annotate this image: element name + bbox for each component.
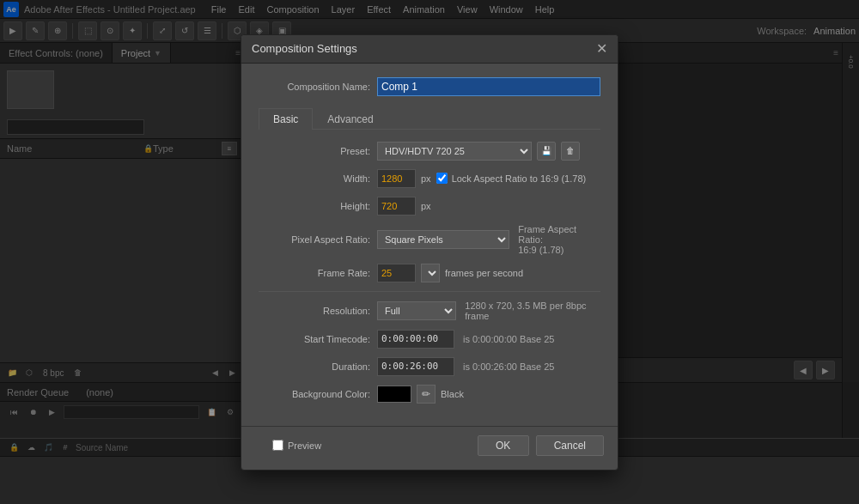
preview-checkbox[interactable] xyxy=(272,440,283,451)
duration-label: Duration: xyxy=(259,361,370,372)
frame-rate-control: ▼ frames per second xyxy=(377,264,523,282)
width-input[interactable] xyxy=(377,169,416,188)
preview-label[interactable]: Preview xyxy=(272,440,321,451)
resolution-label: Resolution: xyxy=(259,306,370,316)
start-timecode-label: Start Timecode: xyxy=(259,334,370,344)
start-timecode-control: is 0:00:00:00 Base 25 xyxy=(377,330,554,349)
height-control: px xyxy=(377,197,431,216)
duration-info: is 0:00:26:00 Base 25 xyxy=(463,361,554,372)
width-control: px Lock Aspect Ratio to 16:9 (1.78) xyxy=(377,169,586,188)
dialog-title-bar: Composition Settings ✕ xyxy=(241,35,618,64)
duration-row: Duration: is 0:00:26:00 Base 25 xyxy=(259,357,600,376)
dialog-body: Composition Name: Basic Advanced Preset:… xyxy=(241,64,618,426)
tab-basic[interactable]: Basic xyxy=(259,108,313,130)
height-unit: px xyxy=(421,201,431,211)
ok-button[interactable]: OK xyxy=(478,435,529,456)
bg-color-name: Black xyxy=(441,389,464,399)
bg-color-row: Background Color: ✏ Black xyxy=(259,385,600,404)
preset-label: Preset: xyxy=(259,146,370,156)
dialog-close-button[interactable]: ✕ xyxy=(596,42,607,56)
preset-save-btn[interactable]: 💾 xyxy=(537,142,556,161)
start-timecode-input[interactable] xyxy=(377,330,454,349)
duration-input[interactable] xyxy=(377,357,454,376)
comp-name-row: Composition Name: xyxy=(259,77,600,96)
bg-color-control: ✏ Black xyxy=(377,385,464,404)
pixel-aspect-control: Square Pixels Frame Aspect Ratio: 16:9 (… xyxy=(377,224,600,255)
pixel-aspect-row: Pixel Aspect Ratio: Square Pixels Frame … xyxy=(259,224,600,255)
lock-aspect-label[interactable]: Lock Aspect Ratio to 16:9 (1.78) xyxy=(436,173,587,184)
height-label: Height: xyxy=(259,201,370,211)
dialog-tab-row: Basic Advanced xyxy=(259,108,600,130)
divider xyxy=(259,291,600,292)
bg-color-label: Background Color: xyxy=(259,389,370,399)
pixel-aspect-label: Pixel Aspect Ratio: xyxy=(259,234,370,245)
dialog-footer: Preview OK Cancel xyxy=(241,426,618,470)
resolution-select[interactable]: FullHalfThirdQuarterCustom xyxy=(377,301,456,320)
eyedropper-btn[interactable]: ✏ xyxy=(417,385,436,404)
dialog-title: Composition Settings xyxy=(252,42,596,55)
bg-color-swatch[interactable] xyxy=(377,386,411,403)
width-label: Width: xyxy=(259,173,370,184)
height-input[interactable] xyxy=(377,197,416,216)
frame-rate-unit: frames per second xyxy=(445,268,523,278)
resolution-info: 1280 x 720, 3.5 MB per 8bpc frame xyxy=(465,301,600,321)
start-timecode-row: Start Timecode: is 0:00:00:00 Base 25 xyxy=(259,330,600,349)
height-row: Height: px xyxy=(259,197,600,216)
frame-rate-label: Frame Rate: xyxy=(259,268,370,278)
frame-rate-row: Frame Rate: ▼ frames per second xyxy=(259,264,600,282)
lock-aspect-checkbox[interactable] xyxy=(436,173,448,184)
resolution-row: Resolution: FullHalfThirdQuarterCustom 1… xyxy=(259,301,600,321)
comp-name-label: Composition Name: xyxy=(259,82,370,92)
modal-backdrop: Composition Settings ✕ Composition Name:… xyxy=(0,0,859,504)
frame-aspect-info: Frame Aspect Ratio: 16:9 (1.78) xyxy=(518,224,600,255)
preset-delete-btn[interactable]: 🗑 xyxy=(561,142,580,161)
composition-settings-dialog: Composition Settings ✕ Composition Name:… xyxy=(241,34,618,471)
start-timecode-info: is 0:00:00:00 Base 25 xyxy=(463,334,554,344)
frame-rate-input[interactable] xyxy=(377,264,416,282)
width-unit: px xyxy=(421,173,431,184)
duration-control: is 0:00:26:00 Base 25 xyxy=(377,357,554,376)
preset-row: Preset: HDV/HDTV 720 25HDTV 1080 24NTSC … xyxy=(259,142,600,161)
frame-rate-dropdown[interactable]: ▼ xyxy=(421,264,440,282)
preset-select[interactable]: HDV/HDTV 720 25HDTV 1080 24NTSC DVPAL DV xyxy=(377,142,532,161)
width-row: Width: px Lock Aspect Ratio to 16:9 (1.7… xyxy=(259,169,600,188)
preset-control: HDV/HDTV 720 25HDTV 1080 24NTSC DVPAL DV… xyxy=(377,142,580,161)
cancel-button[interactable]: Cancel xyxy=(536,435,604,456)
resolution-control: FullHalfThirdQuarterCustom 1280 x 720, 3… xyxy=(377,301,600,321)
pixel-aspect-select[interactable]: Square Pixels xyxy=(377,230,509,249)
tab-advanced[interactable]: Advanced xyxy=(313,108,387,130)
comp-name-input[interactable] xyxy=(377,77,600,96)
